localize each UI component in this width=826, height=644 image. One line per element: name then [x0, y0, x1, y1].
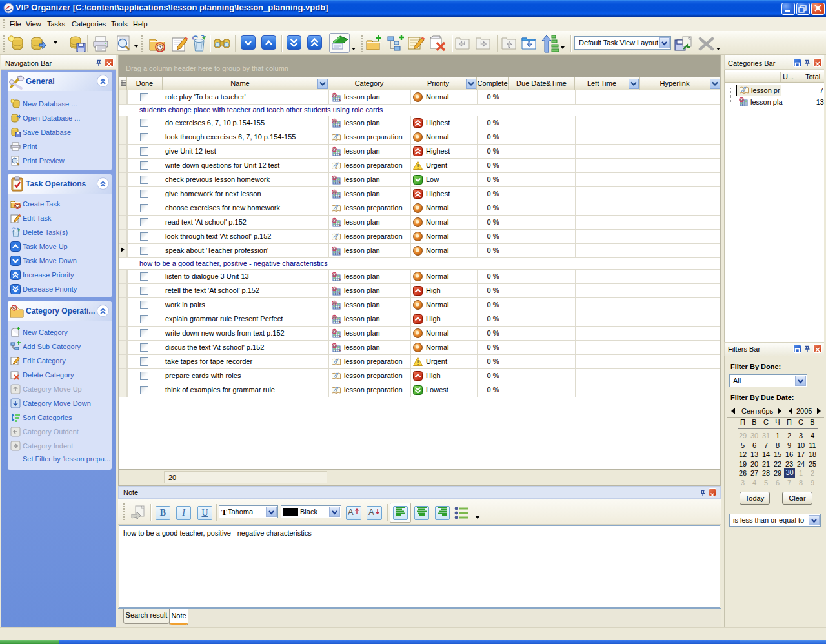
- svg-text:A: A: [348, 507, 354, 517]
- svg-text:A: A: [368, 507, 374, 517]
